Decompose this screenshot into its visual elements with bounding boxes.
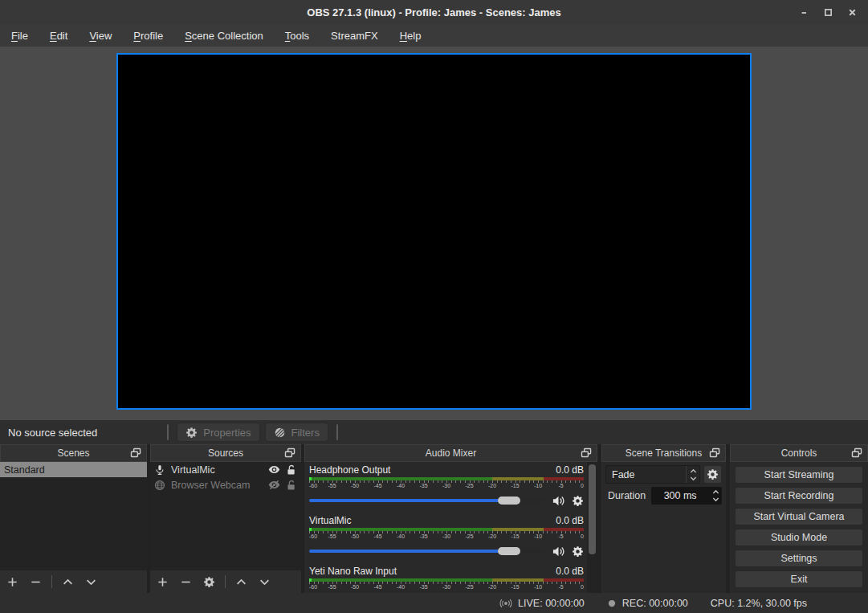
start-virtual-camera-button[interactable]: Start Virtual Camera	[735, 508, 863, 525]
maximize-icon	[823, 7, 833, 18]
popout-icon[interactable]	[851, 447, 863, 460]
source-properties-icon[interactable]	[203, 576, 215, 588]
sources-panel-header: Sources	[150, 444, 301, 462]
menu-file[interactable]: File	[11, 30, 28, 42]
settings-button[interactable]: Settings	[735, 550, 863, 567]
toolbar-separator	[336, 424, 338, 440]
menu-profile[interactable]: Profile	[133, 30, 163, 42]
scenes-panel-title: Scenes	[1, 447, 146, 459]
tick-label: -25	[465, 533, 473, 539]
controls-panel-header: Controls	[730, 444, 868, 462]
gear-icon[interactable]	[572, 546, 584, 558]
tick-label: -20	[488, 483, 496, 488]
popout-icon[interactable]	[284, 447, 296, 460]
lock-open-icon[interactable]	[286, 480, 297, 491]
transition-properties-button[interactable]	[703, 465, 722, 484]
gear-icon[interactable]	[572, 495, 584, 507]
channel-name: Yeti Nano Raw Input	[309, 566, 397, 578]
audio-mixer-panel-title: Audio Mixer	[305, 447, 597, 459]
scrollbar-thumb[interactable]	[589, 464, 596, 554]
transition-select[interactable]: Fade	[605, 465, 700, 484]
popout-icon[interactable]	[581, 447, 593, 460]
lock-open-icon[interactable]	[286, 464, 297, 476]
broadcast-icon	[499, 597, 512, 610]
start-streaming-button[interactable]: Start Streaming	[735, 466, 863, 484]
tick-label: 0	[581, 533, 584, 539]
popout-icon[interactable]	[709, 447, 721, 460]
dock-area: Scenes Standard Sources VirtualMicBrowse…	[0, 444, 868, 593]
tick-label: -35	[419, 483, 427, 488]
scene-transitions-panel: Scene Transitions Fade Duration	[601, 444, 726, 593]
add-source-icon[interactable]	[157, 576, 169, 588]
close-button[interactable]	[846, 6, 858, 18]
maximize-button[interactable]	[821, 6, 834, 18]
duration-spinbox[interactable]: 300 ms	[651, 487, 722, 505]
menu-edit[interactable]: Edit	[50, 30, 67, 42]
spinner-up-icon[interactable]	[690, 468, 697, 475]
menu-help[interactable]: Help	[400, 30, 422, 42]
eye-icon[interactable]	[268, 464, 280, 476]
menu-scene-collection[interactable]: Scene Collection	[185, 30, 263, 42]
rec-time: REC: 00:00:00	[622, 598, 688, 609]
toolbar-separator	[51, 575, 52, 588]
move-source-up-icon[interactable]	[235, 576, 247, 588]
mixer-scrollbar[interactable]	[587, 462, 597, 593]
remove-source-icon[interactable]	[180, 576, 192, 588]
start-recording-button[interactable]: Start Recording	[735, 487, 863, 505]
tick-label: -15	[511, 584, 519, 590]
controls-buttons: Start StreamingStart RecordingStart Virt…	[730, 462, 868, 592]
speaker-icon[interactable]	[552, 545, 565, 558]
toolbar-separator	[167, 424, 169, 440]
slider-handle[interactable]	[498, 547, 520, 555]
studio-mode-button[interactable]: Studio Mode	[735, 529, 863, 546]
spinner-down-icon[interactable]	[709, 496, 722, 503]
exit-button[interactable]: Exit	[735, 570, 863, 588]
preview-canvas[interactable]	[116, 53, 752, 410]
spinner-down-icon[interactable]	[690, 475, 697, 482]
source-item[interactable]: Browser Webcam	[150, 477, 301, 492]
cpu-fps-stats: CPU: 1.2%, 30.00 fps	[711, 598, 807, 609]
tick-label: -15	[511, 533, 519, 539]
menu-bar: FileEditViewProfileScene CollectionTools…	[0, 24, 868, 47]
volume-meter	[309, 528, 584, 531]
source-item[interactable]: VirtualMic	[150, 462, 301, 477]
move-source-down-icon[interactable]	[259, 576, 271, 588]
filters-button[interactable]: Filters	[265, 423, 328, 442]
tick-label: -55	[328, 483, 336, 488]
live-time: LIVE: 00:00:00	[518, 598, 585, 609]
properties-button[interactable]: Properties	[177, 423, 259, 442]
popout-icon[interactable]	[130, 447, 142, 460]
remove-scene-icon[interactable]	[30, 576, 42, 588]
controls-panel: Controls Start StreamingStart RecordingS…	[730, 444, 868, 593]
move-scene-up-icon[interactable]	[62, 576, 74, 588]
volume-slider[interactable]	[309, 547, 545, 555]
spinner-up-icon[interactable]	[709, 488, 722, 496]
source-name: Browser Webcam	[171, 480, 263, 491]
add-scene-icon[interactable]	[6, 576, 18, 588]
channel-level: 0.0 dB	[556, 515, 584, 527]
tick-label: -15	[511, 483, 519, 488]
tick-label: -10	[534, 483, 542, 488]
volume-slider[interactable]	[309, 497, 545, 505]
scenes-panel-header: Scenes	[0, 444, 147, 462]
tick-label: -50	[351, 584, 359, 590]
main-area	[0, 47, 868, 420]
speaker-icon[interactable]	[552, 494, 565, 508]
slider-handle[interactable]	[498, 497, 520, 505]
scene-item[interactable]: Standard	[0, 462, 147, 477]
menu-view[interactable]: View	[89, 30, 112, 42]
gear-icon	[185, 427, 198, 439]
tick-label: -45	[373, 483, 381, 488]
menu-tools[interactable]: Tools	[285, 30, 309, 42]
move-scene-down-icon[interactable]	[85, 576, 97, 588]
controls-panel-title: Controls	[731, 447, 867, 459]
duration-label: Duration	[605, 490, 648, 501]
minimize-button[interactable]	[797, 6, 810, 18]
microphone-icon	[154, 464, 165, 476]
menu-streamfx[interactable]: StreamFX	[331, 30, 378, 42]
tick-label: -50	[351, 533, 359, 539]
record-dot-icon	[607, 599, 617, 608]
live-status: LIVE: 00:00:00	[499, 597, 585, 610]
eye-slash-icon[interactable]	[268, 479, 280, 491]
tick-label: -35	[419, 533, 427, 539]
